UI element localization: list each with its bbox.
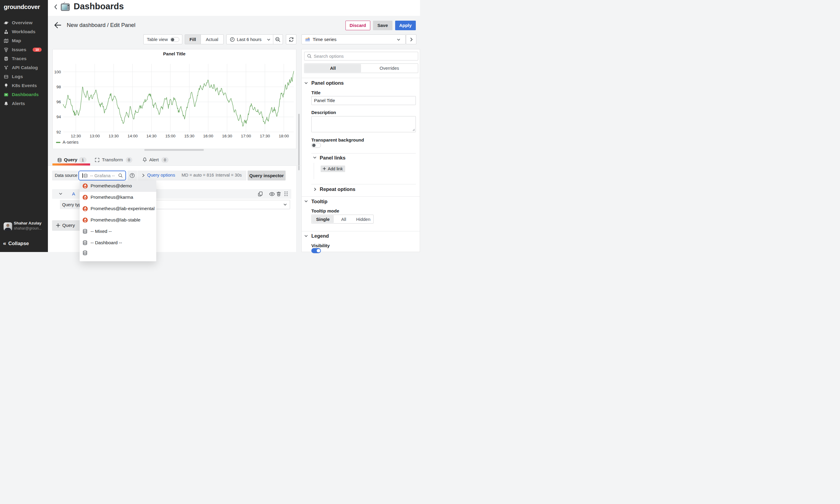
svg-text:17:00: 17:00 [241,133,251,138]
svg-text:15:00: 15:00 [165,133,175,138]
svg-text:100: 100 [54,69,61,74]
svg-text:14:00: 14:00 [127,133,138,138]
svg-text:17:30: 17:30 [260,133,270,138]
svg-text:96: 96 [56,100,61,104]
svg-text:15:30: 15:30 [184,133,194,138]
svg-text:13:00: 13:00 [90,133,100,138]
svg-text:16:30: 16:30 [222,133,232,138]
svg-text:A-series: A-series [62,140,78,145]
svg-text:92: 92 [56,130,61,134]
svg-text:98: 98 [56,85,61,89]
svg-text:94: 94 [56,115,61,119]
svg-text:16:00: 16:00 [203,133,213,138]
svg-text:14:30: 14:30 [146,133,157,138]
svg-text:18:00: 18:00 [279,133,289,138]
svg-text:12:30: 12:30 [71,133,81,138]
svg-text:13:30: 13:30 [108,133,119,138]
